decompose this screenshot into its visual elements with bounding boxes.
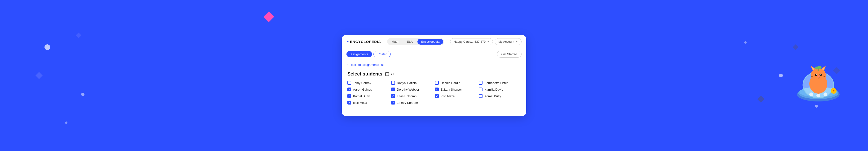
svg-marker-3 [35, 72, 42, 79]
nav-right: Happy Class... 537 879 ▼ My Account ▼ [450, 38, 522, 45]
student-checkbox[interactable] [391, 81, 395, 85]
student-name: Tomy Conroy [353, 81, 371, 85]
list-item: Zakary Sharper [435, 87, 477, 91]
student-checkbox[interactable] [347, 87, 351, 91]
sub-tab-roster[interactable]: Roster [373, 51, 391, 57]
student-name: Kamilia Davis [485, 88, 503, 91]
account-dropdown-label: My Account [498, 40, 514, 43]
svg-point-0 [44, 44, 50, 50]
tab-encyclopedia[interactable]: Encyclopedia [417, 39, 443, 45]
svg-point-29 [820, 74, 822, 75]
list-item: Danyal Batista [391, 81, 433, 85]
svg-point-1 [81, 93, 85, 96]
svg-text:♥: ♥ [833, 89, 834, 92]
list-item: Debbie Hardin [435, 81, 477, 85]
student-checkbox[interactable] [479, 94, 483, 98]
svg-point-35 [809, 92, 813, 96]
svg-marker-4 [76, 33, 82, 38]
list-item: Zakary Sharper [391, 101, 433, 105]
list-item: Komal Duffy [347, 94, 389, 98]
account-dropdown[interactable]: My Account ▼ [495, 38, 522, 45]
student-checkbox[interactable] [435, 81, 439, 85]
svg-point-30 [817, 76, 819, 77]
logo-text: ENCYCLOPEDIA [350, 40, 381, 44]
student-checkbox[interactable] [347, 101, 351, 105]
all-label: All [391, 72, 394, 76]
list-item: Dorothy Webber [391, 87, 433, 91]
student-name: Zakary Sharper [397, 101, 418, 105]
logo-area: ✦ ENCYCLOPEDIA [346, 40, 381, 44]
account-dropdown-caret: ▼ [516, 40, 518, 43]
sub-tab-assignments[interactable]: Assignments [346, 51, 372, 57]
class-dropdown-caret: ▼ [487, 40, 489, 43]
class-dropdown[interactable]: Happy Class... 537 879 ▼ [450, 38, 493, 45]
student-name: Komal Duffy [485, 95, 501, 98]
svg-point-7 [744, 41, 747, 44]
student-name: Aaron Gaines [353, 88, 372, 91]
student-checkbox[interactable] [435, 94, 439, 98]
back-label: back to assignments list [351, 63, 383, 67]
students-grid: Tomy ConroyDanyal BatistaDebbie HardinBe… [347, 81, 521, 105]
student-checkbox[interactable] [391, 101, 395, 105]
svg-point-2 [65, 121, 67, 124]
student-checkbox[interactable] [391, 94, 395, 98]
svg-point-6 [779, 74, 783, 77]
sub-nav: Assignments Roster Get Started [342, 48, 526, 60]
student-name: Bernadette Lister [485, 81, 508, 85]
sub-nav-left: Assignments Roster [346, 51, 391, 57]
student-name: Elias Holcomb [397, 95, 416, 98]
list-item: Tomy Conroy [347, 81, 389, 85]
back-link[interactable]: ← back to assignments list [342, 60, 526, 68]
list-item: Bernadette Lister [479, 81, 521, 85]
section-title: Select students [347, 71, 382, 77]
logo-star: ✦ [346, 40, 349, 43]
list-item: Elias Holcomb [391, 94, 433, 98]
section-header: Select students All [347, 71, 521, 77]
svg-rect-5 [264, 11, 274, 22]
class-dropdown-label: Happy Class... 537 879 [454, 40, 486, 43]
students-section: Select students All Tomy ConroyDanyal Ba… [342, 68, 526, 108]
tab-ela[interactable]: ELA [403, 39, 417, 45]
svg-point-37 [824, 92, 827, 96]
get-started-button[interactable]: Get Started [497, 51, 522, 58]
student-name: Dorothy Webber [397, 88, 419, 91]
student-checkbox[interactable] [479, 81, 483, 85]
all-checkbox[interactable] [385, 72, 389, 76]
nav-tabs: Math ELA Encyclopedia [387, 38, 444, 45]
tab-math[interactable]: Math [388, 39, 402, 45]
student-name: Komal Duffy [353, 95, 370, 98]
top-nav: ✦ ENCYCLOPEDIA Math ELA Encyclopedia Hap… [342, 35, 526, 48]
student-name: Debbie Hardin [441, 81, 460, 85]
student-checkbox[interactable] [435, 87, 439, 91]
student-name: Iosif Meza [441, 95, 455, 98]
student-checkbox[interactable] [479, 87, 483, 91]
svg-point-36 [816, 94, 820, 98]
back-arrow: ← [346, 63, 349, 67]
svg-marker-9 [757, 96, 764, 103]
student-checkbox[interactable] [347, 94, 351, 98]
list-item: Komal Duffy [479, 94, 521, 98]
student-name: Zakary Sharper [441, 88, 462, 91]
main-card: ✦ ENCYCLOPEDIA Math ELA Encyclopedia Hap… [342, 35, 526, 116]
list-item: Aaron Gaines [347, 87, 389, 91]
all-checkbox-wrapper: All [385, 72, 394, 76]
student-checkbox[interactable] [347, 81, 351, 85]
list-item: Iosif Meza [347, 101, 389, 105]
student-name: Iosif Meza [353, 101, 367, 105]
svg-point-28 [816, 74, 817, 75]
list-item: Kamilia Davis [479, 87, 521, 91]
cat-character: ♥ [787, 45, 849, 106]
list-item: Iosif Meza [435, 94, 477, 98]
student-name: Danyal Batista [397, 81, 417, 85]
student-checkbox[interactable] [391, 87, 395, 91]
